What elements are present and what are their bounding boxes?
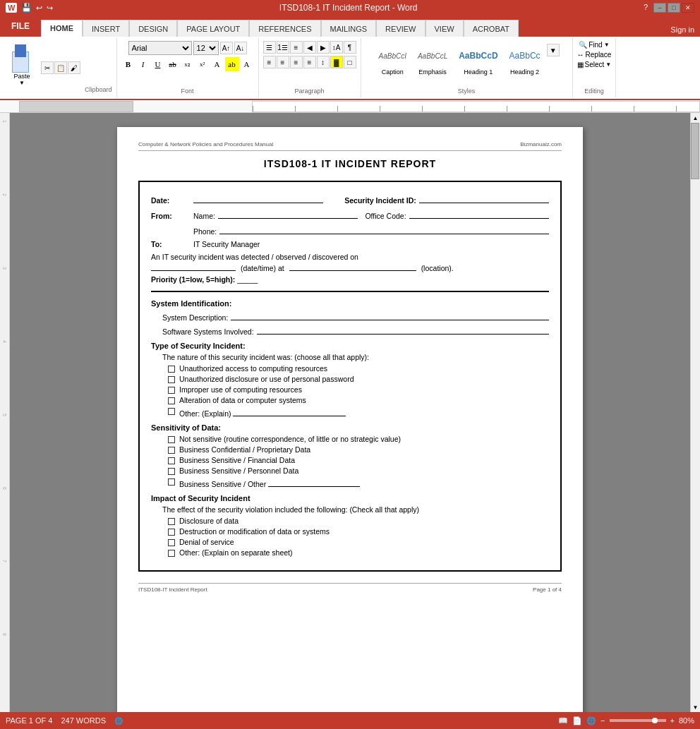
software-field[interactable]: [257, 325, 549, 335]
sign-in-btn[interactable]: Sign in: [665, 23, 700, 37]
mailings-tab[interactable]: MAILINGS: [321, 20, 377, 37]
font-increase-btn[interactable]: A↑: [220, 42, 233, 54]
styles-more-btn[interactable]: ▼: [547, 44, 560, 56]
font-name-select[interactable]: Arial: [128, 41, 192, 55]
paste-btn[interactable]: Paste ▼: [4, 41, 40, 90]
scroll-thumb[interactable]: [691, 123, 699, 179]
checkbox-improper-use[interactable]: Improper use of computing resources: [168, 385, 549, 394]
bullets-btn[interactable]: ☰: [263, 41, 276, 54]
checkbox-box[interactable]: [168, 468, 175, 475]
sort-btn[interactable]: ↕A: [330, 41, 343, 54]
checkbox-denial[interactable]: Denial of service: [168, 538, 549, 546]
checkbox-box[interactable]: [168, 550, 175, 557]
insert-tab[interactable]: INSERT: [83, 20, 129, 37]
zoom-slider[interactable]: [610, 719, 666, 722]
quick-save[interactable]: 💾: [21, 3, 32, 13]
style-caption[interactable]: AaBbCcI Caption: [373, 41, 411, 78]
align-right-btn[interactable]: ≡: [290, 56, 303, 68]
line-spacing-btn[interactable]: ↕: [317, 56, 330, 68]
system-desc-field[interactable]: [231, 311, 549, 320]
minimize-btn[interactable]: –: [653, 3, 666, 13]
help-btn[interactable]: ?: [644, 3, 648, 13]
checkbox-alteration[interactable]: Alteration of data or computer systems: [168, 396, 549, 404]
checkbox-disclosure[interactable]: Disclosure of data: [168, 517, 549, 525]
scroll-up-btn[interactable]: ▲: [691, 113, 700, 123]
shading-btn[interactable]: A: [240, 57, 254, 71]
name-field[interactable]: [218, 209, 358, 219]
select-label[interactable]: Select: [585, 61, 605, 68]
zoom-out-btn[interactable]: −: [601, 716, 605, 725]
cut-btn[interactable]: ✂: [41, 61, 54, 74]
doc-area[interactable]: Computer & Network Policies and Procedur…: [10, 113, 690, 712]
home-tab[interactable]: HOME: [41, 20, 83, 37]
zoom-in-btn[interactable]: +: [670, 716, 675, 725]
office-code-field[interactable]: [409, 209, 549, 219]
decrease-indent-btn[interactable]: ◀: [303, 41, 316, 54]
checkbox-confidential[interactable]: Business Confidential / Proprietary Data: [168, 445, 549, 454]
checkbox-box[interactable]: [168, 408, 175, 415]
font-decrease-btn[interactable]: A↓: [234, 42, 247, 54]
shading-para-btn[interactable]: ▓: [330, 56, 343, 68]
subscript-btn[interactable]: x₂: [181, 57, 195, 71]
undo-btn[interactable]: ↩: [36, 4, 42, 13]
page-layout-tab[interactable]: PAGE LAYOUT: [177, 20, 249, 37]
checkbox-not-sensitive[interactable]: Not sensitive (routine correspondence, o…: [168, 435, 549, 443]
checkbox-destruction[interactable]: Destruction or modification of data or s…: [168, 527, 549, 536]
checkbox-box[interactable]: [168, 397, 175, 404]
scroll-down-btn[interactable]: ▼: [691, 702, 700, 712]
view-web-btn[interactable]: 🌐: [586, 716, 596, 725]
show-hide-btn[interactable]: ¶: [344, 41, 356, 54]
replace-label[interactable]: Replace: [586, 51, 612, 59]
format-painter-btn[interactable]: 🖌: [68, 61, 80, 74]
date-field[interactable]: [193, 193, 323, 203]
copy-btn[interactable]: 📋: [54, 61, 67, 74]
close-btn[interactable]: ✕: [682, 3, 694, 13]
style-heading2[interactable]: AaBbCc Heading 2: [505, 41, 545, 78]
design-tab[interactable]: DESIGN: [129, 20, 177, 37]
style-emphasis[interactable]: AaBbCcL Emphasis: [413, 41, 452, 78]
view-tab[interactable]: VIEW: [426, 20, 464, 37]
multilevel-btn[interactable]: ≡: [290, 41, 303, 54]
font-size-select[interactable]: 12: [193, 41, 219, 55]
checkbox-box[interactable]: [168, 376, 175, 383]
find-label[interactable]: Find: [589, 41, 602, 49]
checkbox-box[interactable]: [168, 478, 175, 486]
zoom-thumb[interactable]: [652, 718, 658, 723]
checkbox-box[interactable]: [168, 539, 175, 546]
style-heading1[interactable]: AaBbCcD Heading 1: [454, 41, 502, 78]
align-left-btn[interactable]: ≡: [263, 56, 276, 68]
strikethrough-btn[interactable]: ab: [166, 57, 180, 71]
border-btn[interactable]: □: [344, 56, 356, 68]
checkbox-box[interactable]: [168, 529, 175, 536]
checkbox-box[interactable]: [168, 366, 175, 373]
view-read-btn[interactable]: 📖: [558, 716, 568, 725]
increase-indent-btn[interactable]: ▶: [317, 41, 330, 54]
acrobat-tab[interactable]: ACROBAT: [464, 20, 519, 37]
review-tab[interactable]: REVIEW: [376, 20, 425, 37]
phone-field[interactable]: [219, 224, 549, 234]
bold-btn[interactable]: B: [121, 57, 135, 71]
view-print-btn[interactable]: 📄: [572, 716, 582, 725]
highlight-btn[interactable]: ab: [225, 57, 239, 71]
priority-field[interactable]: _____: [237, 275, 258, 284]
checkbox-box[interactable]: [168, 457, 175, 464]
scroll-track[interactable]: [691, 123, 700, 702]
checkbox-box[interactable]: [168, 436, 175, 443]
checkbox-unauthorized-disclosure[interactable]: Unauthorized disclosure or use of person…: [168, 375, 549, 383]
maximize-btn[interactable]: □: [668, 3, 680, 13]
align-center-btn[interactable]: ≡: [277, 56, 289, 68]
checkbox-box[interactable]: [168, 518, 175, 525]
justify-btn[interactable]: ≡: [303, 56, 316, 68]
checkbox-box[interactable]: [168, 387, 175, 394]
underline-btn[interactable]: U: [151, 57, 165, 71]
checkbox-other-impact[interactable]: Other: (Explain on separate sheet): [168, 548, 549, 557]
checkbox-unauthorized-access[interactable]: Unauthorized access to computing resourc…: [168, 364, 549, 373]
checkbox-other-type[interactable]: Other: (Explain): [168, 406, 549, 418]
checkbox-other-sensitive[interactable]: Business Sensitive / Other: [168, 477, 549, 488]
right-scrollbar[interactable]: ▲ ▼: [690, 113, 700, 712]
security-id-field[interactable]: [419, 193, 549, 203]
numbering-btn[interactable]: 1☰: [277, 41, 289, 54]
font-color-btn[interactable]: A: [210, 57, 224, 71]
checkbox-box[interactable]: [168, 447, 175, 454]
checkbox-personnel[interactable]: Business Sensitive / Personnel Data: [168, 466, 549, 475]
